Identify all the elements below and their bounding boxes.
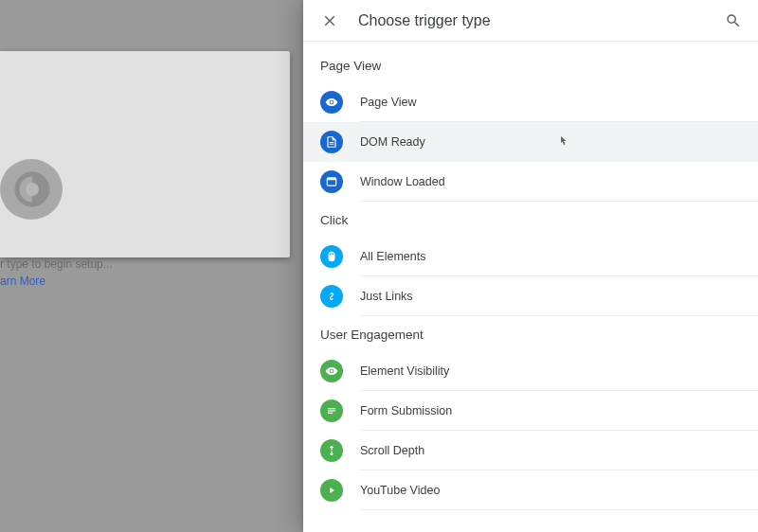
trigger-option-label: Form Submission (360, 404, 452, 417)
trigger-option-label: Scroll Depth (360, 444, 424, 457)
close-icon (321, 12, 338, 29)
row-divider (360, 315, 758, 316)
trigger-option-page-view[interactable]: Page View (320, 82, 758, 122)
trigger-config-card-dimmed: r type to begin setup... arn More (0, 51, 290, 257)
choose-trigger-type-panel: Choose trigger type Page View Page View … (303, 0, 758, 532)
trigger-option-label: Window Loaded (360, 175, 445, 188)
form-icon (320, 399, 343, 422)
group-title-user-engagement: User Engagement (320, 328, 758, 342)
trigger-placeholder-circle (0, 159, 63, 220)
panel-header: Choose trigger type (303, 0, 758, 42)
trigger-option-youtube-video[interactable]: YouTube Video (320, 470, 758, 510)
search-icon (725, 12, 742, 29)
trigger-option-all-elements[interactable]: All Elements (320, 237, 758, 276)
trigger-option-just-links[interactable]: Just Links (320, 276, 758, 316)
trigger-placeholder-icon (9, 167, 55, 212)
trigger-option-label: Page View (360, 96, 417, 109)
trigger-option-window-loaded[interactable]: Window Loaded (320, 162, 758, 202)
trigger-option-label: All Elements (360, 250, 425, 263)
trigger-option-label: DOM Ready (360, 135, 425, 149)
close-button[interactable] (318, 9, 341, 32)
svg-rect-8 (328, 413, 333, 414)
svg-point-1 (26, 183, 39, 196)
trigger-setup-hint: r type to begin setup... (0, 257, 113, 271)
link-icon (320, 285, 343, 308)
trigger-option-form-submission[interactable]: Form Submission (320, 391, 758, 431)
svg-rect-5 (327, 178, 335, 180)
trigger-option-dom-ready[interactable]: DOM Ready (303, 122, 758, 162)
mouse-icon (320, 245, 343, 268)
group-title-click: Click (320, 213, 758, 227)
svg-rect-7 (328, 410, 335, 411)
svg-rect-3 (330, 144, 334, 145)
panel-title: Choose trigger type (358, 12, 491, 29)
document-icon (320, 131, 343, 153)
window-icon (320, 170, 343, 193)
row-divider (360, 201, 758, 202)
svg-rect-2 (330, 142, 334, 143)
trigger-option-label: YouTube Video (360, 484, 440, 497)
scroll-depth-icon (320, 439, 343, 462)
play-icon (320, 479, 343, 502)
panel-body: Page View Page View DOM Ready Window Loa… (303, 42, 758, 532)
eye-icon (320, 360, 343, 382)
trigger-option-label: Element Visibility (360, 364, 449, 378)
cursor-pointer-icon (557, 135, 568, 149)
trigger-option-element-visibility[interactable]: Element Visibility (320, 351, 758, 391)
search-button[interactable] (722, 9, 745, 32)
svg-rect-6 (328, 408, 335, 409)
trigger-option-scroll-depth[interactable]: Scroll Depth (320, 431, 758, 470)
row-divider (360, 509, 758, 510)
trigger-option-label: Just Links (360, 290, 413, 303)
learn-more-link-partial[interactable]: arn More (0, 275, 45, 288)
eye-icon (320, 91, 343, 114)
group-title-page-view: Page View (320, 59, 758, 73)
